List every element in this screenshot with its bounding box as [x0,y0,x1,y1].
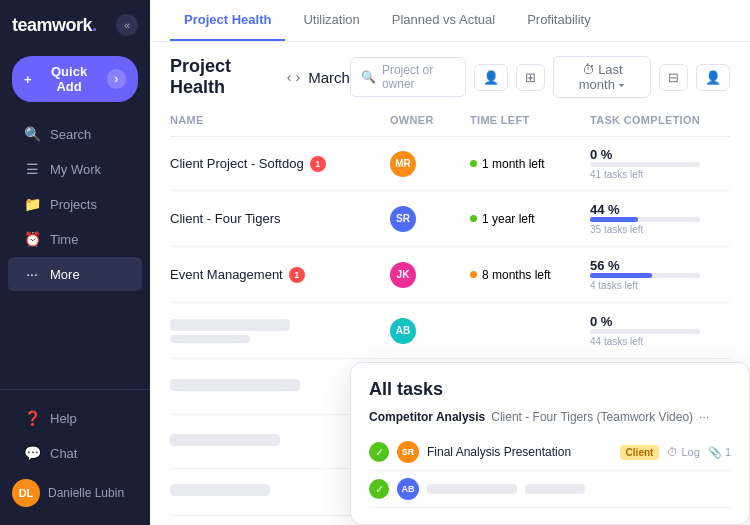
sidebar-item-search[interactable]: 🔍 Search [8,117,142,151]
progress-bar [590,217,700,222]
search-box[interactable]: 🔍 Project or owner [350,57,466,97]
task-avatar: SR [397,441,419,463]
export-button[interactable]: 👤 [696,64,730,91]
time-dot [470,215,477,222]
clock-icon: ⏱ Log [667,446,699,458]
page-title: Project Health [170,56,279,98]
time-dot-orange [470,271,477,278]
owner-softdog: MR [390,151,470,177]
page-header: Project Health ‹ › March 🔍 Project or ow… [150,42,750,108]
table-row: Client - Four Tigers SR 1 year left 44 %… [170,191,730,247]
period-label: March [308,69,350,86]
view-toggle-button[interactable]: ⊞ [516,64,545,91]
time-left-event: 8 months left [470,268,590,282]
progress-bar [590,273,700,278]
popup-task-item: ✓ SR Final Analysis Presentation Client … [369,434,731,471]
quick-add-arrow-icon: › [107,69,127,89]
sidebar-item-time[interactable]: ⏰ Time [8,222,142,256]
progress-bar [590,162,700,167]
quick-add-label: Quick Add [38,64,101,94]
task-name-placeholder [427,484,517,494]
user-info[interactable]: DL Danielle Lubin [0,471,150,515]
task-avatar: AB [397,478,419,500]
sidebar-item-time-label: Time [50,232,78,247]
sidebar-bottom: ❓ Help 💬 Chat DL Danielle Lubin [0,389,150,525]
notification-badge: 1 [310,156,326,172]
user-filter-button[interactable]: 👤 [474,64,508,91]
project-name-event[interactable]: Event Management 1 [170,267,390,283]
main-content: Project Health Utilization Planned vs Ac… [150,0,750,525]
sidebar-item-search-label: Search [50,127,91,142]
client-tag: Client [620,445,660,460]
collapse-button[interactable]: « [116,14,138,36]
popup-subtitle: Competitor Analysis Client - Four Tigers… [369,410,731,424]
owner-four-tigers: SR [390,206,470,232]
sidebar-chat-label: Chat [50,446,77,461]
popup-dots-icon[interactable]: ··· [699,410,709,424]
prev-period-icon[interactable]: ‹ [287,69,292,85]
project-name-placeholder [170,319,390,343]
sidebar: teamwork. « + Quick Add › 🔍 Search ☰ My … [0,0,150,525]
tab-utilization[interactable]: Utilization [289,0,373,41]
popup-task-item: ✓ AB [369,471,731,508]
content-area: Project Health ‹ › March 🔍 Project or ow… [150,42,750,525]
more-icon: ··· [24,266,40,282]
next-period-icon[interactable]: › [296,69,301,85]
my-work-icon: ☰ [24,161,40,177]
user-name-label: Danielle Lubin [48,486,124,500]
owner-avatar: MR [390,151,416,177]
tab-project-health[interactable]: Project Health [170,0,285,41]
sidebar-item-chat[interactable]: 💬 Chat [8,436,142,470]
table-row: Client Project - Softdog 1 MR 1 month le… [170,137,730,191]
time-left-softdog: 1 month left [470,157,590,171]
col-task-completion: Task Completion [590,114,750,130]
task-name: Final Analysis Presentation [427,445,612,459]
tab-planned-vs-actual[interactable]: Planned vs Actual [378,0,509,41]
task-completion-four-tigers: 44 % 35 tasks left [590,202,750,235]
table-header: Name Owner Time left Task Completion Bud… [170,108,730,137]
sidebar-item-more[interactable]: ··· More [8,257,142,291]
table-row: AB 0 % 44 tasks left 0% 0m of 205h 5m Go… [170,303,730,359]
last-month-button[interactable]: ⏱ Last month ▾ [553,56,651,98]
sidebar-help-label: Help [50,411,77,426]
task-completion-event: 56 % 4 tasks left [590,258,750,291]
search-placeholder: Project or owner [382,63,455,91]
header-actions: 🔍 Project or owner 👤 ⊞ ⏱ Last month ▾ ⊟ … [350,56,730,98]
sidebar-item-help[interactable]: ❓ Help [8,401,142,435]
progress-bar [590,329,700,334]
task-check-icon[interactable]: ✓ [369,479,389,499]
projects-icon: 📁 [24,196,40,212]
col-time-left: Time left [470,114,590,130]
help-icon: ❓ [24,410,40,426]
tab-profitability[interactable]: Profitability [513,0,605,41]
time-dot-green [470,160,477,167]
task-completion-softdog: 0 % 41 tasks left [590,147,750,180]
sidebar-item-more-label: More [50,267,80,282]
owner-avatar: AB [390,318,416,344]
logo-text: teamwork. [12,15,97,36]
top-tabs: Project Health Utilization Planned vs Ac… [150,0,750,42]
popup-client-name: Client - Four Tigers (Teamwork Video) [491,410,693,424]
popup-project-name: Competitor Analysis [369,410,485,424]
sidebar-logo-area: teamwork. « [0,0,150,50]
project-name-four-tigers[interactable]: Client - Four Tigers [170,211,390,226]
search-icon: 🔍 [361,70,376,84]
sidebar-item-projects[interactable]: 📁 Projects [8,187,142,221]
project-name-softdog[interactable]: Client Project - Softdog 1 [170,156,390,172]
quick-add-button[interactable]: + Quick Add › [12,56,138,102]
period-nav: ‹ › [287,69,300,85]
time-icon: ⏰ [24,231,40,247]
page-title-area: Project Health ‹ › March [170,56,350,98]
search-icon: 🔍 [24,126,40,142]
chat-icon: 💬 [24,445,40,461]
task-check-icon[interactable]: ✓ [369,442,389,462]
sidebar-item-my-work[interactable]: ☰ My Work [8,152,142,186]
table-row: Event Management 1 JK 8 months left 56 %… [170,247,730,303]
filter-button[interactable]: ⊟ [659,64,688,91]
popup-title: All tasks [369,379,731,400]
notification-badge: 1 [289,267,305,283]
time-left-four-tigers: 1 year left [470,212,590,226]
owner-avatar: JK [390,262,416,288]
sidebar-nav: 🔍 Search ☰ My Work 📁 Projects ⏰ Time ···… [0,112,150,389]
attachment-icon: 📎 1 [708,446,731,459]
